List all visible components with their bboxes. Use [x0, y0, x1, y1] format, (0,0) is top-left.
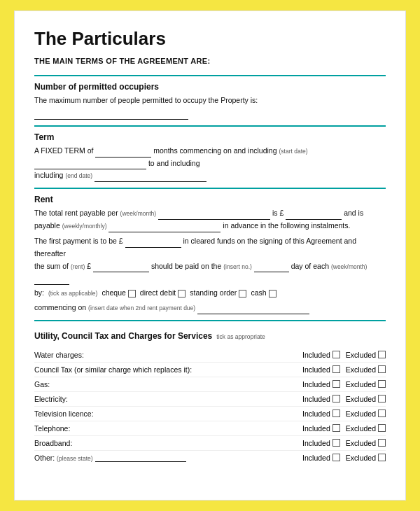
rent-title: Rent — [34, 195, 386, 204]
utility-gas-label: Gas: — [34, 380, 302, 388]
utility-row-telephone: Telephone: Included Excluded — [34, 421, 386, 436]
water-included-checkbox[interactable] — [332, 351, 340, 358]
utility-row-electricity: Electricity: Included Excluded — [34, 392, 386, 407]
telephone-excluded-checkbox[interactable] — [378, 424, 386, 432]
utility-telephone-label: Telephone: — [34, 424, 302, 433]
water-included-option: Included — [302, 351, 340, 359]
council-included-checkbox[interactable] — [332, 365, 340, 373]
document-page: The Particulars THE MAIN TERMS OF THE AG… — [14, 10, 406, 500]
other-included-label: Included — [302, 454, 330, 462]
utility-row-council: Council Tax (or similar charge which rep… — [34, 363, 386, 377]
utility-council-label: Council Tax (or similar charge which rep… — [34, 365, 302, 374]
payment-cash-label: cash — [251, 287, 266, 300]
term-end-field[interactable] — [94, 174, 206, 182]
section-divider-3 — [34, 188, 386, 189]
utility-other-label: Other: (please state) — [34, 454, 302, 462]
rent-payable-field[interactable] — [108, 224, 220, 232]
utility-row-tv: Television licence: Included Excluded — [34, 407, 386, 421]
payment-cheque-checkbox[interactable] — [128, 290, 136, 298]
utility-services-table: Water charges: Included Excluded Council… — [34, 348, 386, 465]
rent-amount-field[interactable] — [286, 211, 342, 220]
section-term: Term A FIXED TERM of months commencing o… — [34, 132, 386, 183]
water-excluded-label: Excluded — [346, 351, 376, 359]
broadband-excluded-label: Excluded — [346, 439, 376, 447]
water-excluded-checkbox[interactable] — [378, 351, 386, 358]
section-utility: Utility, Council Tax and Charges for Ser… — [34, 327, 386, 465]
section-occupiers: Number of permitted occupiers The maximu… — [34, 82, 386, 120]
utility-electricity-label: Electricity: — [34, 395, 302, 403]
occupiers-field[interactable] — [34, 111, 188, 120]
section-divider-4 — [34, 320, 386, 321]
term-text: A FIXED TERM of months commencing on and… — [34, 145, 386, 170]
payment-directdebit-label: direct debit — [140, 287, 176, 300]
other-state-field[interactable] — [95, 454, 186, 462]
utility-tick-label: tick as appropriate — [216, 333, 265, 340]
payment-directdebit-checkbox[interactable] — [178, 290, 186, 298]
electricity-included-checkbox[interactable] — [332, 395, 340, 402]
electricity-included-label: Included — [302, 395, 330, 403]
gas-included-checkbox[interactable] — [332, 380, 340, 388]
gas-included-label: Included — [302, 380, 330, 388]
utility-row-broadband: Broadband: Included Excluded — [34, 436, 386, 451]
rent-day-field[interactable] — [254, 264, 289, 272]
section-rent: Rent The total rent payable per (week/mo… — [34, 195, 386, 314]
payment-cash-checkbox[interactable] — [269, 290, 276, 298]
tv-excluded-checkbox[interactable] — [378, 410, 386, 417]
payment-cheque-label: cheque — [102, 287, 125, 300]
telephone-excluded-label: Excluded — [346, 424, 376, 433]
council-excluded-checkbox[interactable] — [378, 365, 386, 373]
rent-per-field[interactable] — [158, 211, 270, 220]
page-subtitle: THE MAIN TERMS OF THE AGREEMENT ARE: — [34, 57, 386, 65]
council-excluded-label: Excluded — [346, 365, 376, 374]
utility-broadband-label: Broadband: — [34, 439, 302, 447]
term-months-field[interactable] — [95, 149, 151, 158]
commencing-field[interactable] — [197, 306, 309, 314]
gas-excluded-label: Excluded — [346, 380, 376, 388]
tv-included-label: Included — [302, 410, 330, 418]
electricity-excluded-checkbox[interactable] — [378, 395, 386, 402]
water-excluded-option: Excluded — [346, 351, 386, 359]
telephone-included-label: Included — [302, 424, 330, 433]
payment-standingorder-checkbox[interactable] — [239, 290, 246, 298]
utility-row-gas: Gas: Included Excluded — [34, 377, 386, 392]
other-excluded-label: Excluded — [346, 454, 376, 462]
term-start-field[interactable] — [34, 161, 146, 169]
tv-excluded-label: Excluded — [346, 410, 376, 418]
occupiers-text: The maximum number of people permitted t… — [34, 94, 386, 120]
other-included-checkbox[interactable] — [332, 454, 340, 461]
first-payment-field[interactable] — [125, 239, 181, 248]
payment-standingorder-label: standing order — [190, 287, 237, 300]
utility-tv-label: Television licence: — [34, 410, 302, 418]
rent-sum-field[interactable] — [93, 264, 149, 272]
broadband-excluded-checkbox[interactable] — [378, 439, 386, 447]
occupiers-title: Number of permitted occupiers — [34, 82, 386, 92]
rent-frequency-field[interactable] — [34, 276, 69, 285]
water-included-label: Included — [302, 351, 330, 359]
utility-water-label: Water charges: — [34, 351, 302, 359]
broadband-included-label: Included — [302, 439, 330, 447]
section-divider-2 — [34, 125, 386, 127]
tv-included-checkbox[interactable] — [332, 410, 340, 417]
page-title: The Particulars — [34, 28, 386, 50]
telephone-included-checkbox[interactable] — [332, 424, 340, 432]
electricity-excluded-label: Excluded — [346, 395, 376, 403]
term-title: Term — [34, 132, 386, 142]
section-divider-1 — [34, 75, 386, 76]
gas-excluded-checkbox[interactable] — [378, 380, 386, 388]
other-excluded-checkbox[interactable] — [378, 454, 386, 461]
broadband-included-checkbox[interactable] — [332, 439, 340, 447]
utility-title: Utility, Council Tax and Charges for Ser… — [34, 331, 212, 341]
council-included-label: Included — [302, 365, 330, 374]
utility-row-other: Other: (please state) Included Excluded — [34, 451, 386, 465]
utility-row-water: Water charges: Included Excluded — [34, 348, 386, 363]
